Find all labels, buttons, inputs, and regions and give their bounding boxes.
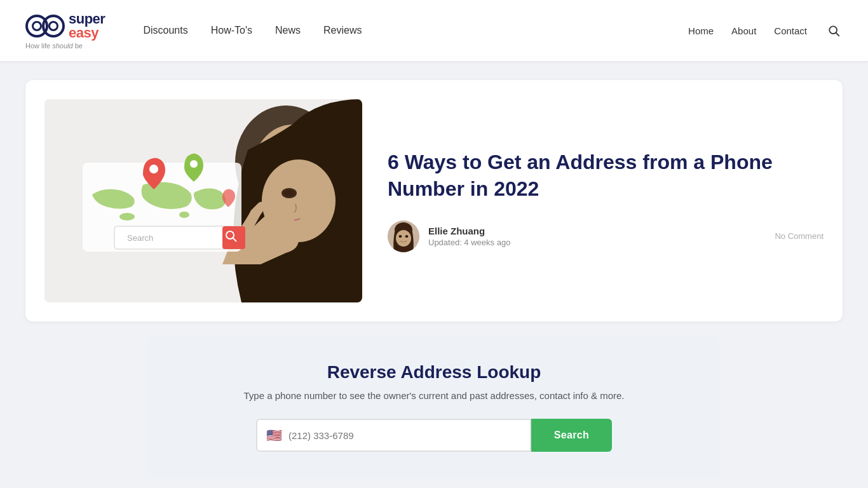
svg-point-20 — [396, 230, 411, 247]
search-icon — [827, 24, 840, 37]
article-title: 6 Ways to Get an Address from a Phone Nu… — [388, 149, 824, 202]
svg-point-21 — [399, 235, 402, 238]
svg-point-22 — [405, 235, 409, 238]
header-search-button[interactable] — [825, 22, 843, 39]
nav-about[interactable]: About — [731, 25, 756, 36]
svg-point-11 — [149, 165, 158, 173]
logo-tagline: How life should be — [25, 42, 83, 50]
nav-home[interactable]: Home — [688, 25, 714, 36]
logo-brand-easy: easy — [69, 26, 105, 40]
svg-line-1 — [836, 33, 839, 36]
article-info: 6 Ways to Get an Address from a Phone Nu… — [388, 149, 824, 252]
article-hero-image: Search — [44, 99, 362, 302]
widget-section: Reverse Address Lookup Type a phone numb… — [148, 337, 720, 477]
no-comment: No Comment — [775, 231, 824, 241]
nav-discounts[interactable]: Discounts — [143, 25, 187, 36]
logo-brand-super: super — [69, 12, 105, 26]
author-left: Ellie Zhuang Updated: 4 weeks ago — [388, 220, 510, 252]
flag-icon: 🇺🇸 — [266, 428, 282, 443]
svg-point-9 — [119, 213, 135, 220]
author-updated: Updated: 4 weeks ago — [428, 238, 510, 247]
search-button[interactable]: Search — [531, 419, 612, 452]
right-nav: Home About Contact — [688, 22, 843, 39]
svg-point-7 — [284, 190, 294, 196]
avatar — [388, 220, 419, 252]
nav-reviews[interactable]: Reviews — [323, 25, 362, 36]
logo[interactable]: super easy How life should be — [25, 12, 105, 50]
widget-input-row: 🇺🇸 Search — [256, 419, 612, 452]
main-content: Search 6 Ways to Get an Address from a P… — [0, 61, 868, 488]
svg-point-12 — [190, 160, 198, 168]
main-nav: Discounts How-To's News Reviews — [143, 25, 688, 36]
logo-circle-left — [25, 15, 48, 37]
article-card: Search 6 Ways to Get an Address from a P… — [25, 80, 843, 322]
nav-contact[interactable]: Contact — [774, 25, 807, 36]
nav-howtos[interactable]: How-To's — [211, 25, 252, 36]
svg-point-10 — [179, 212, 189, 218]
phone-input-wrapper: 🇺🇸 — [256, 419, 531, 452]
svg-text:Search: Search — [127, 233, 153, 243]
logo-circle-inner-left — [32, 21, 42, 31]
nav-news[interactable]: News — [275, 25, 301, 36]
author-details: Ellie Zhuang Updated: 4 weeks ago — [428, 226, 510, 247]
widget-description: Type a phone number to see the owner's c… — [161, 390, 707, 401]
widget-title: Reverse Address Lookup — [161, 362, 707, 383]
logo-circle-inner-right — [48, 21, 58, 31]
author-row: Ellie Zhuang Updated: 4 weeks ago No Com… — [388, 220, 824, 252]
author-name: Ellie Zhuang — [428, 226, 510, 236]
site-header: super easy How life should be Discounts … — [0, 0, 868, 61]
svg-rect-15 — [222, 226, 245, 249]
phone-input[interactable] — [288, 430, 521, 441]
